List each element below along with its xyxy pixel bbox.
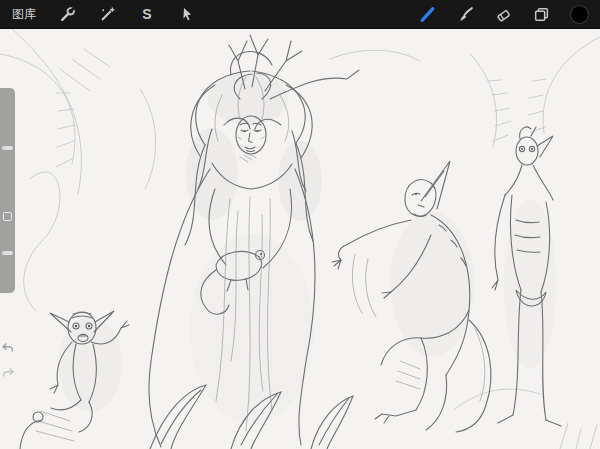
color-swatch[interactable] [570, 5, 588, 23]
transform-cursor-icon[interactable] [178, 5, 196, 23]
toolbar-left-group: 图库 S [12, 5, 196, 23]
procreate-app: 图库 S [0, 0, 600, 449]
layers-icon[interactable] [532, 5, 550, 23]
top-toolbar: 图库 S [0, 0, 600, 29]
modify-button[interactable] [3, 212, 12, 221]
canvas-artwork [0, 29, 600, 449]
stroke-preview-icon[interactable] [418, 5, 436, 23]
opacity-slider[interactable] [0, 228, 15, 293]
selection-icon[interactable]: S [138, 5, 156, 23]
brush-size-handle[interactable] [2, 146, 13, 150]
undo-icon[interactable] [1, 341, 15, 358]
toolbar-right-group [418, 5, 588, 23]
brush-icon[interactable] [456, 5, 474, 23]
selection-letter: S [142, 7, 151, 21]
redo-icon[interactable] [1, 366, 15, 383]
eraser-icon[interactable] [494, 5, 512, 23]
adjustments-wand-icon[interactable] [98, 5, 116, 23]
current-color-circle [571, 6, 588, 23]
opacity-handle[interactable] [2, 251, 13, 255]
actions-wrench-icon[interactable] [58, 5, 76, 23]
gallery-button[interactable]: 图库 [12, 6, 36, 23]
sidebar [0, 88, 15, 293]
brush-size-slider[interactable] [0, 88, 15, 206]
drawing-canvas[interactable] [0, 29, 600, 449]
